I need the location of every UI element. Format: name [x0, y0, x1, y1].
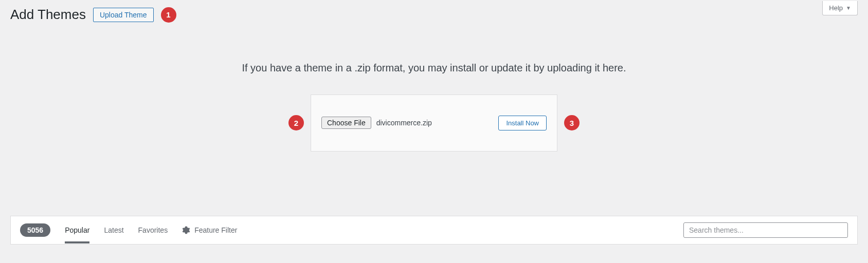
feature-filter-label: Feature Filter: [194, 226, 237, 234]
upload-theme-button[interactable]: Upload Theme: [93, 8, 154, 22]
chevron-down-icon: ▼: [846, 5, 851, 11]
upload-form: 2 Choose File divicommerce.zip Install N…: [311, 95, 557, 152]
theme-filter-bar: 5056 Popular Latest Favorites Feature Fi…: [10, 216, 858, 245]
file-input-group: Choose File divicommerce.zip: [321, 117, 432, 129]
tab-favorites[interactable]: Favorites: [138, 224, 168, 236]
tab-feature-filter[interactable]: Feature Filter: [182, 226, 237, 234]
gear-icon: [182, 226, 190, 234]
selected-file-name: divicommerce.zip: [376, 119, 432, 127]
page-header: Add Themes Upload Theme 1: [0, 0, 868, 24]
upload-description: If you have a theme in a .zip format, yo…: [0, 62, 868, 74]
annotation-badge-2: 2: [288, 115, 304, 130]
page-title: Add Themes: [10, 6, 86, 24]
annotation-badge-1: 1: [161, 7, 176, 23]
tab-latest[interactable]: Latest: [104, 224, 123, 236]
help-label: Help: [829, 4, 843, 12]
install-now-button[interactable]: Install Now: [498, 116, 547, 130]
tab-popular[interactable]: Popular: [65, 224, 89, 236]
theme-count-pill: 5056: [20, 223, 50, 237]
choose-file-button[interactable]: Choose File: [321, 117, 371, 129]
help-tab[interactable]: Help ▼: [822, 1, 858, 15]
search-themes-input[interactable]: [683, 222, 848, 238]
annotation-badge-3: 3: [564, 115, 580, 130]
